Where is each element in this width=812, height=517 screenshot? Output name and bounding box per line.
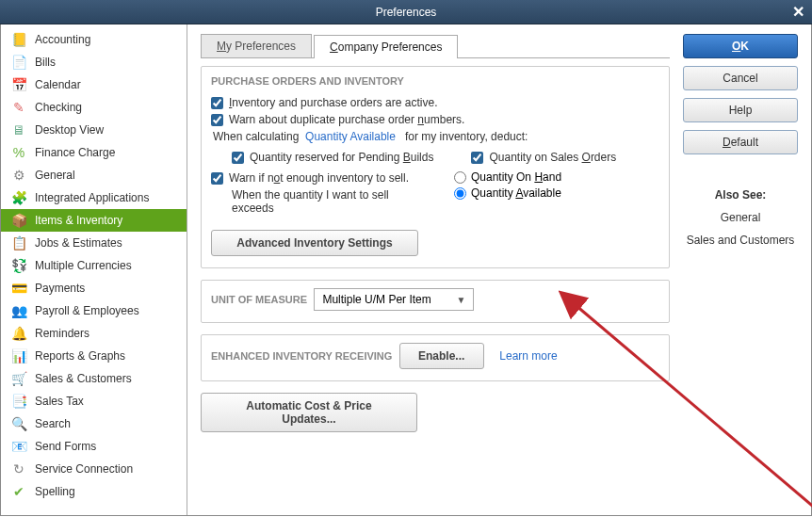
- sidebar-item-spelling[interactable]: ✔Spelling: [1, 480, 187, 503]
- window-title: Preferences: [376, 6, 437, 19]
- titlebar: Preferences ✕: [0, 0, 812, 24]
- sidebar-item-integrated-applications[interactable]: 🧩Integrated Applications: [1, 186, 187, 209]
- sidebar-item-multiple-currencies[interactable]: 💱Multiple Currencies: [1, 254, 187, 277]
- auto-cost-price-button[interactable]: Automatic Cost & Price Updates...: [201, 393, 417, 432]
- sidebar-item-label: Reports & Graphs: [35, 349, 125, 363]
- checkbox-icon[interactable]: [211, 97, 223, 109]
- check-inventory-active[interactable]: Inventory and purchase orders are active…: [211, 96, 659, 109]
- sidebar-icon: 💱: [8, 257, 29, 274]
- sidebar-item-label: General: [35, 169, 75, 182]
- checkbox-icon[interactable]: [471, 152, 483, 164]
- sidebar-item-label: Service Connection: [35, 462, 133, 476]
- close-icon[interactable]: ✕: [792, 3, 804, 21]
- sidebar-item-label: Bills: [35, 56, 56, 69]
- sidebar-icon: 💳: [8, 280, 29, 297]
- sidebar-item-label: Accounting: [35, 33, 90, 46]
- checkbox-icon[interactable]: [211, 114, 223, 126]
- checkbox-icon[interactable]: [211, 172, 223, 185]
- tab-bar: My Preferences Company Preferences: [201, 34, 670, 58]
- when-calc-post: for my inventory, deduct:: [405, 130, 528, 143]
- radio-qty-on-hand[interactable]: Quantity On Hand: [454, 170, 659, 184]
- sidebar-item-general[interactable]: ⚙General: [1, 164, 187, 186]
- sidebar-item-label: Sales & Customers: [35, 372, 132, 385]
- sidebar-item-service-connection[interactable]: ↻Service Connection: [1, 458, 187, 480]
- sidebar-icon: 📒: [8, 31, 29, 48]
- sidebar-item-items-inventory[interactable]: 📦Items & Inventory: [1, 209, 187, 232]
- checkbox-icon[interactable]: [232, 152, 244, 164]
- check-warn-dup-po[interactable]: Warn about duplicate purchase order numb…: [211, 113, 659, 126]
- sidebar-icon: ⚙: [8, 167, 29, 184]
- also-see-general-link[interactable]: General: [683, 211, 798, 224]
- sidebar-icon: 🔔: [8, 325, 29, 342]
- sidebar-item-label: Calendar: [35, 78, 81, 91]
- check-warn-not-enough[interactable]: Warn if not enough inventory to sell.: [211, 171, 416, 185]
- sidebar-item-accounting[interactable]: 📒Accounting: [1, 28, 187, 51]
- sidebar-icon: 🧩: [8, 189, 29, 206]
- sidebar-icon: 🔍: [8, 415, 29, 432]
- sidebar-item-label: Sales Tax: [35, 395, 84, 408]
- sidebar-item-label: Search: [35, 417, 71, 430]
- tab-company-preferences[interactable]: Company Preferences: [314, 35, 458, 58]
- sidebar-item-desktop-view[interactable]: 🖥Desktop View: [1, 119, 187, 141]
- sidebar-item-bills[interactable]: 📄Bills: [1, 51, 187, 73]
- sidebar-icon: 🖥: [8, 121, 29, 138]
- tab-my-preferences[interactable]: My Preferences: [201, 34, 312, 57]
- purchase-orders-group: PURCHASE ORDERS AND INVENTORY Inventory …: [201, 66, 670, 268]
- sidebar-item-search[interactable]: 🔍Search: [1, 412, 187, 435]
- sidebar-item-jobs-estimates[interactable]: 📋Jobs & Estimates: [1, 232, 187, 254]
- check-qty-reserved[interactable]: Quantity reserved for Pending Builds: [232, 151, 433, 164]
- sidebar-item-send-forms[interactable]: 📧Send Forms: [1, 435, 187, 458]
- sidebar-item-label: Payroll & Employees: [35, 304, 139, 317]
- sidebar-item-label: Payments: [35, 282, 85, 295]
- sidebar-icon: %: [8, 144, 29, 161]
- sidebar-item-label: Spelling: [35, 485, 75, 498]
- sidebar-icon: 📋: [8, 234, 29, 251]
- when-calc-pre: When calculating: [213, 130, 299, 143]
- right-panel: OK Cancel Help Default Also See: General…: [683, 34, 798, 506]
- select-value: Multiple U/M Per Item: [322, 293, 430, 306]
- learn-more-link[interactable]: Learn more: [499, 349, 557, 363]
- sidebar-icon: 👥: [8, 302, 29, 319]
- ok-button[interactable]: OK: [683, 34, 798, 58]
- chevron-down-icon: ▼: [457, 295, 466, 305]
- sidebar-icon: 📊: [8, 347, 29, 364]
- help-button[interactable]: Help: [683, 98, 798, 122]
- sidebar-item-label: Checking: [35, 101, 82, 114]
- sidebar-icon: 📦: [8, 212, 29, 229]
- enhanced-inventory-group: ENHANCED INVENTORY RECEIVING Enable... L…: [201, 334, 670, 381]
- label-when-qty-exceeds: When the quantity I want to sell exceeds: [232, 188, 416, 215]
- sidebar-item-sales-customers[interactable]: 🛒Sales & Customers: [1, 367, 187, 390]
- sidebar-item-label: Desktop View: [35, 123, 104, 137]
- enable-eir-button[interactable]: Enable...: [399, 343, 484, 369]
- advanced-inventory-button[interactable]: Advanced Inventory Settings: [211, 230, 418, 256]
- sidebar-item-finance-charge[interactable]: %Finance Charge: [1, 141, 187, 164]
- sidebar-item-payments[interactable]: 💳Payments: [1, 277, 187, 299]
- sidebar-item-sales-tax[interactable]: 📑Sales Tax: [1, 390, 187, 412]
- preferences-sidebar: 📒Accounting📄Bills📅Calendar✎Checking🖥Desk…: [1, 24, 187, 515]
- also-see-title: Also See:: [683, 188, 798, 202]
- uom-select[interactable]: Multiple U/M Per Item ▼: [314, 288, 474, 311]
- sidebar-item-reminders[interactable]: 🔔Reminders: [1, 322, 187, 345]
- default-button[interactable]: Default: [683, 130, 798, 154]
- sidebar-icon: ↻: [8, 460, 29, 477]
- sidebar-icon: 📧: [8, 438, 29, 455]
- radio-icon[interactable]: [454, 187, 466, 200]
- check-qty-sales-orders[interactable]: Quantity on Sales Orders: [471, 151, 616, 164]
- sidebar-item-label: Send Forms: [35, 440, 96, 453]
- radio-icon[interactable]: [454, 171, 466, 184]
- sidebar-item-calendar[interactable]: 📅Calendar: [1, 73, 187, 96]
- sidebar-item-label: Items & Inventory: [35, 214, 122, 227]
- cancel-button[interactable]: Cancel: [683, 66, 798, 90]
- also-see-sales-link[interactable]: Sales and Customers: [683, 234, 798, 247]
- group-title: PURCHASE ORDERS AND INVENTORY: [207, 75, 408, 87]
- unit-of-measure-group: UNIT OF MEASURE Multiple U/M Per Item ▼: [201, 280, 670, 323]
- quantity-available-link[interactable]: Quantity Available: [305, 130, 396, 143]
- sidebar-item-checking[interactable]: ✎Checking: [1, 96, 187, 119]
- sidebar-icon: ✎: [8, 99, 29, 116]
- sidebar-item-payroll-employees[interactable]: 👥Payroll & Employees: [1, 299, 187, 322]
- sidebar-item-label: Finance Charge: [35, 146, 115, 159]
- sidebar-item-reports-graphs[interactable]: 📊Reports & Graphs: [1, 345, 187, 367]
- group-title: UNIT OF MEASURE: [207, 294, 311, 305]
- sidebar-icon: 📄: [8, 54, 29, 71]
- radio-qty-available[interactable]: Quantity Available: [454, 186, 659, 200]
